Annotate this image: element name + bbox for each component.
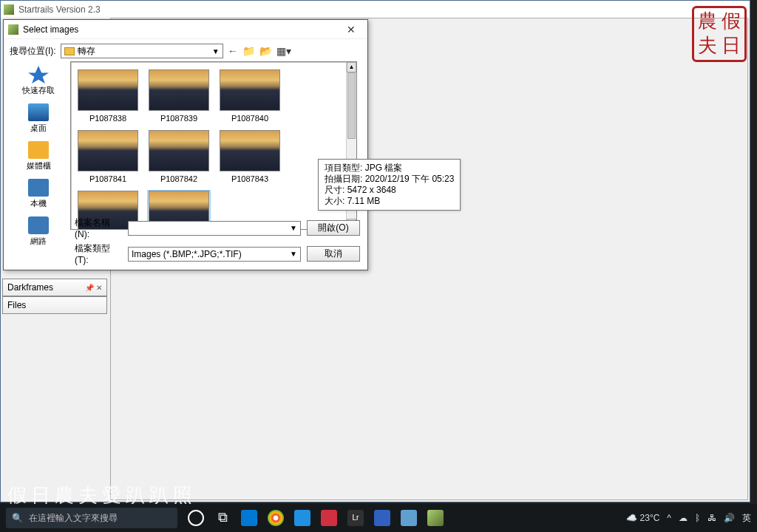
tooltip-size: 大小: 7.11 MB [325, 196, 454, 207]
thumbnail-label: P1087841 [77, 174, 139, 183]
thumbnail-image [78, 130, 138, 171]
back-icon[interactable]: ← [228, 45, 238, 57]
main-title: Startrails Version 2.3 [18, 4, 101, 15]
places-bar: 快速存取 桌面 媒體櫃 本機 網路 [10, 61, 67, 230]
desktop-icon [28, 103, 49, 121]
weather-temp: 23°C [640, 513, 660, 523]
place-quickaccess[interactable]: 快速存取 [10, 66, 67, 96]
pc-icon [28, 179, 49, 197]
tooltip-date: 拍攝日期: 2020/12/19 下午 05:23 [325, 174, 454, 185]
up-folder-icon[interactable]: 📁 [242, 45, 255, 57]
open-button[interactable]: 開啟(O) [307, 220, 360, 236]
place-net-label: 網路 [30, 236, 47, 247]
ime-indicator[interactable]: 英 [742, 512, 751, 525]
star-icon [28, 66, 49, 83]
tooltip-type: 項目類型: JPG 檔案 [325, 163, 454, 174]
app-icon-blue[interactable] [374, 510, 390, 526]
place-quick-label: 快速存取 [22, 85, 55, 96]
watermark-stamp: 農 假 夫 日 [692, 6, 747, 62]
lookin-label: 搜尋位置(I): [10, 45, 56, 58]
folder-icon [64, 47, 75, 55]
app-icon [4, 4, 14, 15]
pin-icon[interactable]: 📌 ✕ [85, 284, 102, 292]
app-icon-red[interactable] [321, 510, 337, 526]
cancel-button[interactable]: 取消 [307, 246, 360, 262]
chrome-icon[interactable] [268, 510, 284, 526]
lightroom-icon[interactable]: Lr [347, 510, 364, 526]
system-tray: ☁️ 23°C ^ ☁ ᛒ 🖧 🔊 英 [626, 512, 751, 525]
close-icon[interactable]: ✕ [339, 24, 363, 35]
place-desktop[interactable]: 桌面 [10, 103, 67, 134]
thumbnail-label: P1087843 [219, 174, 281, 183]
chevron-down-icon: ▼ [290, 224, 297, 232]
bluetooth-icon[interactable]: ᛒ [695, 513, 700, 523]
main-titlebar: Startrails Version 2.3 [1, 1, 750, 18]
weather-icon: ☁️ [626, 513, 637, 523]
filetype-combo[interactable]: Images (*.BMP;*.JPG;*.TIF) ▼ [128, 247, 301, 262]
dialog-titlebar: Select images ✕ [4, 20, 367, 39]
startrails-icon[interactable] [427, 510, 444, 526]
row-filename: 檔案名稱(N): ▼ 開啟(O) [75, 216, 360, 239]
libraries-icon [28, 141, 49, 159]
thumbnail-label: P1087840 [219, 114, 281, 123]
thumbnail-image [220, 69, 280, 111]
search-icon: 🔍 [12, 513, 23, 523]
search-placeholder: 在這裡輸入文字來搜尋 [29, 512, 118, 525]
tab-files-label: Files [7, 300, 26, 310]
file-thumbnail[interactable]: P1087838 [77, 69, 139, 123]
lookin-row: 搜尋位置(I): 轉存 ▼ ← 📁 📂 ▦▾ [10, 44, 361, 58]
file-thumbnail[interactable]: P1087839 [148, 69, 210, 123]
lookin-combo[interactable]: 轉存 ▼ [61, 44, 223, 58]
wifi-icon[interactable]: 🖧 [707, 513, 716, 523]
photos-icon[interactable] [294, 510, 310, 526]
network-icon [28, 216, 49, 234]
place-thispc[interactable]: 本機 [10, 179, 67, 209]
stamp-char: 夫 [696, 34, 719, 58]
cortana-icon[interactable] [188, 510, 204, 526]
filename-input[interactable]: ▼ [128, 221, 301, 236]
place-lib-label: 媒體櫃 [27, 160, 51, 171]
thumbnail-label: P1087839 [148, 114, 210, 123]
chevron-down-icon: ▼ [290, 250, 297, 258]
explorer-icon[interactable] [241, 510, 257, 526]
place-desktop-label: 桌面 [30, 123, 47, 134]
scroll-thumb[interactable] [347, 72, 356, 139]
filetype-value: Images (*.BMP;*.JPG;*.TIF) [132, 249, 242, 259]
view-menu-icon[interactable]: ▦▾ [276, 45, 291, 57]
side-tabs: Darkframes 📌 ✕ Files [2, 279, 107, 314]
stamp-char: 假 [719, 10, 743, 34]
thumbnail-image [149, 130, 209, 171]
place-libraries[interactable]: 媒體櫃 [10, 141, 67, 171]
tab-files[interactable]: Files [2, 296, 107, 314]
volume-icon[interactable]: 🔊 [724, 513, 735, 523]
tab-darkframes-label: Darkframes [7, 282, 53, 293]
taskbar-search[interactable]: 🔍 在這裡輸入文字來搜尋 [6, 508, 177, 528]
row-filetype: 檔案類型(T): Images (*.BMP;*.JPG;*.TIF) ▼ 取消 [75, 242, 360, 265]
chevron-down-icon: ▼ [212, 47, 220, 55]
tray-chevron-icon[interactable]: ^ [667, 513, 671, 523]
tab-darkframes[interactable]: Darkframes 📌 ✕ [2, 279, 107, 296]
file-thumbnail[interactable]: P1087843 [219, 130, 281, 183]
filetype-label: 檔案類型(T): [75, 242, 122, 265]
file-thumbnail[interactable]: P1087840 [219, 69, 281, 123]
app-icon-cyan[interactable] [401, 510, 417, 526]
thumbnail-label: P1087842 [148, 174, 210, 183]
new-folder-icon[interactable]: 📂 [259, 45, 272, 57]
file-thumbnail[interactable]: P1087842 [148, 130, 210, 183]
scroll-up-icon[interactable]: ▲ [347, 62, 356, 72]
taskview-icon[interactable]: ⧉ [214, 510, 231, 526]
stamp-char: 農 [696, 10, 719, 34]
file-thumbnail[interactable]: P1087841 [77, 130, 139, 183]
dialog-title: Select images [23, 24, 78, 35]
bottom-fields: 檔案名稱(N): ▼ 開啟(O) 檔案類型(T): Images (*.BMP;… [75, 216, 360, 265]
place-network[interactable]: 網路 [10, 216, 67, 247]
file-dialog: Select images ✕ 搜尋位置(I): 轉存 ▼ ← 📁 📂 ▦▾ 快… [3, 19, 368, 270]
tooltip-dims: 尺寸: 5472 x 3648 [325, 185, 454, 196]
file-grid: P1087838P1087839P1087840P1087841P1087842… [71, 62, 356, 230]
taskbar-pinned: ⧉ Lr [188, 510, 444, 526]
dialog-icon [8, 24, 18, 35]
filename-label: 檔案名稱(N): [75, 216, 122, 239]
weather-widget[interactable]: ☁️ 23°C [626, 513, 660, 523]
lookin-value: 轉存 [78, 45, 95, 58]
onedrive-icon[interactable]: ☁ [679, 513, 688, 523]
